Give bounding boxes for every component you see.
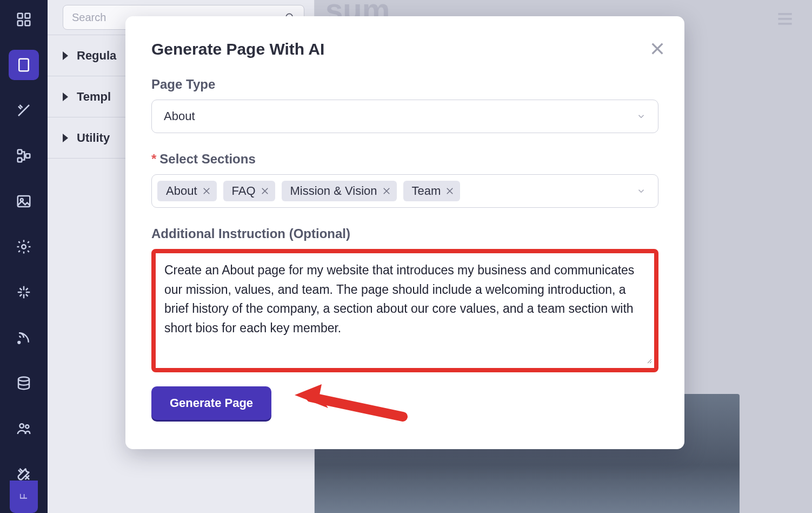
tag-label: Mission & Vision bbox=[290, 184, 377, 198]
tag-label: About bbox=[166, 184, 197, 198]
page-type-label: Page Type bbox=[151, 77, 658, 92]
tag-about: About bbox=[157, 181, 217, 201]
sections-label-text: Select Sections bbox=[159, 152, 255, 166]
close-icon bbox=[649, 40, 666, 57]
instruction-textarea[interactable] bbox=[158, 255, 652, 364]
tag-remove-icon[interactable] bbox=[260, 186, 270, 196]
modal-title: Generate Page With AI bbox=[151, 40, 658, 58]
generate-page-button[interactable]: Generate Page bbox=[151, 386, 271, 420]
instruction-label: Additional Instruction (Optional) bbox=[151, 226, 658, 241]
tag-remove-icon[interactable] bbox=[202, 186, 211, 196]
sections-label: *Select Sections bbox=[151, 152, 658, 167]
tag-mission: Mission & Vision bbox=[282, 181, 397, 201]
required-marker: * bbox=[151, 152, 156, 166]
tag-team: Team bbox=[403, 181, 461, 201]
close-button[interactable] bbox=[649, 40, 666, 57]
page-type-value: About bbox=[164, 109, 195, 123]
chevron-down-icon bbox=[636, 111, 646, 121]
chevron-down-icon bbox=[636, 186, 646, 196]
tag-remove-icon[interactable] bbox=[382, 186, 391, 196]
generate-page-modal: Generate Page With AI Page Type About *S… bbox=[125, 16, 684, 449]
tag-label: FAQ bbox=[232, 184, 256, 198]
instruction-highlight bbox=[151, 249, 658, 372]
tag-label: Team bbox=[412, 184, 441, 198]
page-type-select[interactable]: About bbox=[151, 100, 658, 133]
tag-faq: FAQ bbox=[223, 181, 275, 201]
sections-multiselect[interactable]: About FAQ Mission & Vision Team bbox=[151, 174, 658, 208]
tag-remove-icon[interactable] bbox=[445, 186, 455, 196]
